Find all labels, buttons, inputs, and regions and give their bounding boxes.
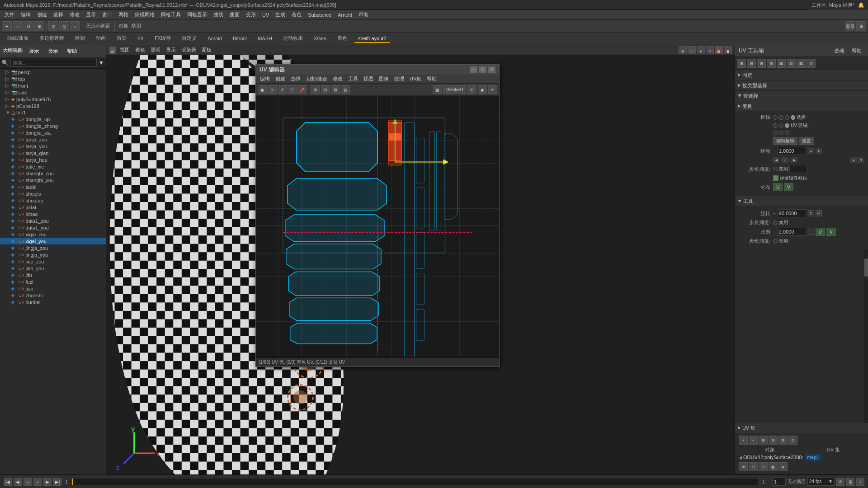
go-end-button[interactable]: ▶| <box>53 478 61 486</box>
snap-curve[interactable]: ◎ <box>59 21 69 31</box>
nav-left[interactable]: ◀ <box>773 157 779 163</box>
viewport-3d[interactable]: x y z UV 编辑器 — □ × 编辑 <box>106 55 735 474</box>
step-snap-input[interactable] <box>789 165 807 173</box>
snap-point[interactable]: ○ <box>70 21 80 31</box>
uv-close-button[interactable]: × <box>488 66 495 73</box>
outliner-item-tanja-hou[interactable]: ◈ UV tanja_hou <box>0 156 106 163</box>
shelf-layout2[interactable]: shelfLayout2 <box>354 35 390 43</box>
outliner-item-top1[interactable]: ▼ ◻ top1 <box>0 109 106 116</box>
outliner-item-bibao[interactable]: ◈ UV bibao <box>0 211 106 217</box>
go-start-button[interactable]: |◀ <box>4 478 12 486</box>
outliner-item-datu1-zou[interactable]: ◈ UV datu1_zou <box>0 217 106 224</box>
menu-surfaces[interactable]: 曲面 <box>227 10 242 19</box>
menu-file[interactable]: 文件 <box>2 10 17 19</box>
uv-tb-pin[interactable]: 📌 <box>297 85 307 94</box>
uv-view-toggle[interactable]: ⊞ <box>467 85 476 94</box>
uv-island-5[interactable] <box>288 272 380 296</box>
uv-island-6[interactable] <box>289 298 378 320</box>
pivot-radio-b[interactable] <box>779 123 783 128</box>
pivot-radio-d[interactable] <box>779 131 783 135</box>
outliner-item-tanja-qian[interactable]: ◈ UV tanja_qian <box>0 150 106 156</box>
move-down[interactable]: ▼ <box>816 148 822 154</box>
uv-island-7[interactable] <box>290 323 377 344</box>
uvset-icon-b[interactable]: ⊟ <box>749 462 758 471</box>
vp-menu-light[interactable]: 照明 <box>149 47 162 53</box>
uv-island-3[interactable] <box>285 215 384 242</box>
shelf-curves[interactable]: 曲线/曲面 <box>4 34 32 43</box>
outliner-item-shoujia[interactable]: ◈ UV shoujia <box>0 190 106 197</box>
uv-sync-btn[interactable]: ⟳ <box>488 85 497 94</box>
outliner-item-tanja-you[interactable]: ◈ UV tanja_you <box>0 143 106 150</box>
uvset-copy-icon[interactable]: ⊞ <box>759 436 768 445</box>
uv-maximize-button[interactable]: □ <box>479 66 486 73</box>
timeline-track[interactable] <box>71 478 759 485</box>
outliner-item-shangbi-zou[interactable]: ◈ UV shangbi_zou <box>0 170 106 177</box>
uv-tb-grid[interactable]: ⊞ <box>311 85 320 94</box>
uv-icon-1[interactable]: ⊞ <box>737 59 746 68</box>
prev-frame-button[interactable]: ◀ <box>14 478 22 486</box>
uv-tb-move[interactable]: ⊕ <box>268 85 277 94</box>
menu-substance[interactable]: Substance <box>305 11 334 19</box>
rotate-cw[interactable]: ↻ <box>808 210 814 216</box>
move-input[interactable] <box>777 147 807 155</box>
section-tools-header[interactable]: 工具 <box>735 196 868 206</box>
uvset-delete-icon[interactable]: − <box>749 436 758 445</box>
uv-icon-7[interactable]: ▩ <box>797 59 806 68</box>
outliner-item-jian[interactable]: ◈ UV jian <box>0 285 106 292</box>
outliner-item-top[interactable]: ▷ 📷 top <box>0 75 106 82</box>
outliner-item-xigai-you[interactable]: ◈ UV xigai_you <box>0 238 106 244</box>
uv-menu-image[interactable]: 图像 <box>377 75 391 83</box>
uv-island-1[interactable] <box>297 122 377 172</box>
panel-scrollbar-thumb[interactable] <box>864 258 868 277</box>
scale-step-radio[interactable] <box>773 239 778 244</box>
pivot-radio-2[interactable] <box>779 115 783 120</box>
uv-tb-select[interactable]: ▣ <box>258 85 267 94</box>
nav-right[interactable]: ▶ <box>791 157 797 163</box>
rotate-tool[interactable]: ↺ <box>24 21 33 31</box>
shelf-xgen[interactable]: XGen <box>310 35 330 43</box>
uvset-add-icon[interactable]: + <box>739 436 748 445</box>
menu-shade[interactable]: 着色 <box>289 10 304 19</box>
uv-island-4[interactable] <box>286 244 381 269</box>
loop-button[interactable]: ⟳ <box>836 478 844 486</box>
vp-light[interactable]: ☀ <box>706 46 714 54</box>
pivot-radio-select[interactable] <box>791 115 795 120</box>
vp-menu-renderer[interactable]: 渲染器 <box>179 47 198 53</box>
uv-menu-create[interactable]: 创建 <box>273 75 288 83</box>
menu-modify[interactable]: 修改 <box>67 10 82 19</box>
shelf-fx[interactable]: FX <box>134 35 147 43</box>
uvset-paste-icon[interactable]: ⊟ <box>769 436 778 445</box>
outliner-item-side[interactable]: ▷ 📷 side <box>0 89 106 96</box>
section-select-header[interactable]: 按类型选择 <box>735 80 868 90</box>
menu-display[interactable]: 显示 <box>83 10 99 19</box>
uv-icon-4[interactable]: ⊡ <box>767 59 776 68</box>
outliner-item-front[interactable]: ▷ 📷 front <box>0 82 106 89</box>
menu-generate[interactable]: 生成 <box>273 10 288 19</box>
current-frame-input[interactable] <box>772 478 786 486</box>
uvset-icon-e[interactable]: ◈ <box>778 462 788 471</box>
uv-menu-tools[interactable]: 工具 <box>346 75 360 83</box>
shelf-sculpt[interactable]: 雕刻 <box>71 34 89 43</box>
outliner-item-dongjia-up[interactable]: ◈ UV dongjia_up <box>0 116 106 122</box>
pivot-radio-c[interactable] <box>773 131 778 135</box>
outliner-item-tanja-zou[interactable]: ◈ UV tanja_zou <box>0 136 106 143</box>
outliner-item-dunbei[interactable]: ◈ UV dunbei <box>0 299 106 305</box>
uvset-export-icon[interactable]: ⊡ <box>788 436 797 445</box>
move-up[interactable]: ▲ <box>808 148 814 154</box>
settings-icons[interactable]: ⚙ <box>856 21 866 31</box>
vp-menu-panel[interactable]: 面板 <box>200 47 213 53</box>
outliner-item-polySurface975[interactable]: ▷ ◈ polySurface975 <box>0 96 106 103</box>
outliner-item-datu1-you[interactable]: ◈ UV datu1_you <box>0 224 106 231</box>
shelf-fx-cache[interactable]: FX缓存 <box>151 34 175 43</box>
uv-tb-scale[interactable]: ⊡ <box>288 85 297 94</box>
outliner-item-persp[interactable]: ▷ 📷 persp <box>0 69 106 75</box>
uv-editor-titlebar[interactable]: UV 编辑器 — □ × <box>256 65 499 75</box>
play-forward-button[interactable]: ▷ <box>33 478 42 486</box>
vp-menu-view[interactable]: 视图 <box>118 47 132 53</box>
pivot-radio-1[interactable] <box>773 115 778 120</box>
edit-pivot-button[interactable]: 编辑枢轴 <box>773 137 797 145</box>
search-dropdown[interactable]: ▼ <box>99 60 104 66</box>
step-snap-radio[interactable] <box>773 167 778 171</box>
sign-in[interactable]: 登录 <box>845 21 855 31</box>
outliner-item-zhonshi[interactable]: ◈ UV zhonshi <box>0 292 106 299</box>
